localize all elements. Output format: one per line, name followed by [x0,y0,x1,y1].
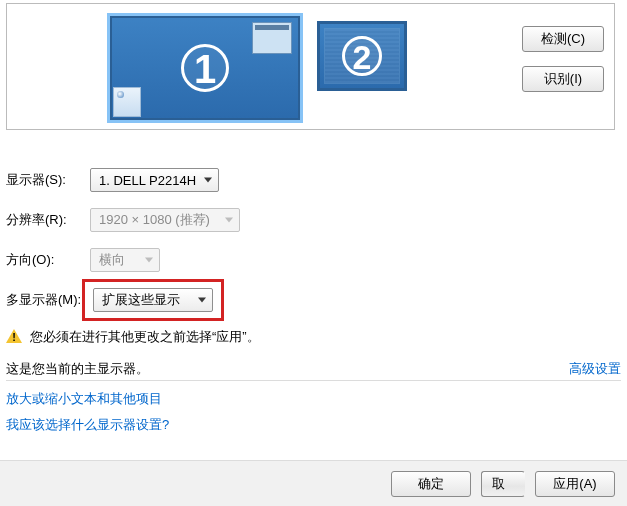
multi-display-highlight: 扩展这些显示 [82,279,224,321]
sample-taskbar [113,87,141,117]
cancel-button[interactable]: 取 [481,471,525,497]
sample-window [252,22,292,54]
warning-text: 您必须在进行其他更改之前选择“应用”。 [30,328,260,346]
display-arrangement-panel: 1 2 检测(C) 识别(I) [6,3,615,130]
which-settings-link[interactable]: 我应该选择什么显示器设置? [6,416,169,434]
advanced-settings-link[interactable]: 高级设置 [569,360,621,378]
display-label: 显示器(S): [6,171,90,189]
apply-button[interactable]: 应用(A) [535,471,615,497]
monitor-canvas[interactable]: 1 2 [107,13,407,125]
orientation-label: 方向(O): [6,251,90,269]
ok-button[interactable]: 确定 [391,471,471,497]
orientation-value: 横向 [99,251,125,269]
monitor-1[interactable]: 1 [107,13,303,123]
multi-display-dropdown[interactable]: 扩展这些显示 [93,288,213,312]
detect-button[interactable]: 检测(C) [522,26,604,52]
warning-icon [6,329,22,345]
display-value: 1. DELL P2214H [99,173,196,188]
monitor-2[interactable]: 2 [317,21,407,91]
primary-display-note: 这是您当前的主显示器。 [6,360,149,378]
multi-display-label: 多显示器(M): [6,291,90,309]
dialog-button-bar: 确定 取 应用(A) [0,460,627,506]
monitor-number: 1 [181,44,229,92]
separator [6,380,621,381]
display-dropdown[interactable]: 1. DELL P2214H [90,168,219,192]
scale-text-link[interactable]: 放大或缩小文本和其他项目 [6,390,169,408]
resolution-value: 1920 × 1080 (推荐) [99,211,210,229]
resolution-label: 分辨率(R): [6,211,90,229]
identify-button[interactable]: 识别(I) [522,66,604,92]
resolution-dropdown: 1920 × 1080 (推荐) [90,208,240,232]
orientation-dropdown: 横向 [90,248,160,272]
monitor-number: 2 [342,36,382,76]
multi-display-value: 扩展这些显示 [102,291,180,309]
